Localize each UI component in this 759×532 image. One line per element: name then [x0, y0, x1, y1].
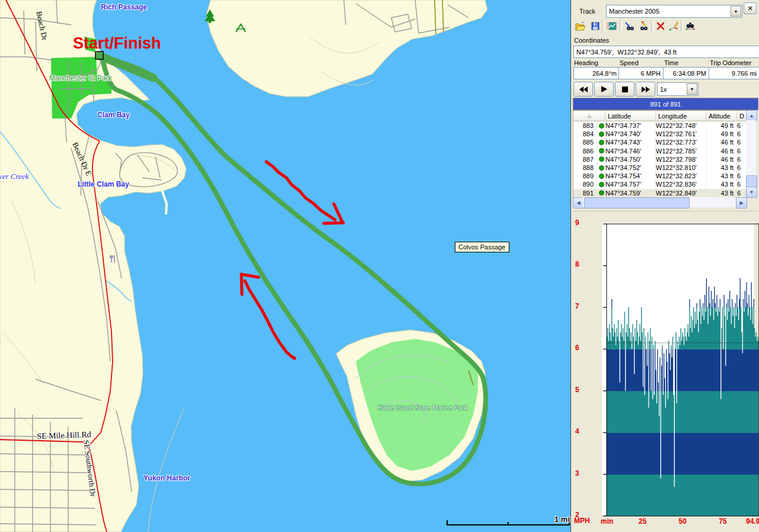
save-button[interactable]	[589, 20, 602, 33]
toolbar-separator	[651, 21, 653, 31]
column-header-d[interactable]: D	[737, 111, 747, 121]
beaver-creek-label: ver Creek	[0, 172, 28, 180]
time-value: 6:34:08 PM	[663, 67, 710, 79]
progress-text: 891 of 891	[650, 101, 681, 108]
toolbar-separator	[620, 21, 622, 31]
profile-icon	[606, 21, 617, 31]
y-axis-title: MPH	[574, 517, 590, 525]
manchester-st-park-label: Manchester St Park	[49, 75, 111, 82]
table-row[interactable]: 889N47°34.754'W122°32.823'43 ft6	[573, 172, 747, 180]
cell-icon	[597, 172, 605, 180]
x-tick-label: 25	[634, 517, 652, 525]
column-header-longitude[interactable]: Longitude	[656, 111, 706, 121]
table-row[interactable]: 887N47°34.750'W122°32.798'46 ft6	[573, 155, 747, 164]
cell-d: 6	[737, 155, 747, 164]
find-next-button[interactable]	[623, 20, 636, 33]
cell-d: 6	[737, 147, 747, 155]
scroll-right-icon[interactable]: ▶	[736, 197, 747, 209]
cell-index: 883	[573, 121, 597, 130]
clam-bay-label: Clam Bay	[97, 111, 130, 118]
cell-longitude: W122°32.761'	[656, 130, 706, 138]
y-tick-label: 3	[575, 469, 586, 477]
table-row[interactable]: 884N47°34.740'W122°32.761'49 ft6	[573, 130, 747, 138]
scale-label: 1 mi	[554, 515, 570, 524]
track-select[interactable]: Manchester 2005 ▼	[606, 5, 742, 18]
heading-label: Heading	[574, 59, 598, 66]
column-header-altitude[interactable]: Altitude	[706, 111, 737, 121]
stop-icon	[622, 86, 628, 92]
map-tooltip: Colvos Passage	[455, 242, 509, 252]
table-row[interactable]: 885N47°34.743'W122°32.773'46 ft6	[573, 138, 747, 146]
table-row[interactable]: 891N47°34.759'W122°32.849'43 ft6	[573, 189, 747, 197]
table-row[interactable]: 890N47°34.757'W122°32.836'43 ft6	[573, 180, 747, 188]
y-tick-label: 9	[575, 219, 586, 227]
y-tick-label: 8	[575, 260, 586, 268]
vertical-scroll-thumb[interactable]	[746, 175, 757, 188]
little-clam-bay-label: Little Clam Bay	[78, 181, 129, 188]
trackpoint-icon	[599, 190, 604, 196]
playback-rate-select[interactable]: 1x ▼	[657, 82, 699, 96]
close-icon[interactable]: ✕	[744, 2, 757, 14]
find-previous-button[interactable]	[636, 20, 649, 33]
cell-latitude: N47°34.750'	[605, 155, 656, 164]
scroll-down-icon[interactable]: ▼	[746, 187, 757, 198]
find-icon	[685, 21, 696, 31]
cell-altitude: 43 ft	[706, 180, 737, 188]
find-previous-icon	[637, 21, 649, 31]
trackpoint-icon	[599, 140, 604, 145]
stop-button[interactable]	[615, 82, 634, 97]
find-button[interactable]	[684, 20, 697, 33]
speed-value: 6 MPH	[618, 67, 664, 79]
speed-label: Speed	[620, 59, 639, 66]
edit-button[interactable]	[667, 20, 680, 33]
y-tick-label: 5	[575, 386, 586, 394]
heading-value: 264.8°m	[573, 67, 620, 79]
cell-d: 6	[737, 121, 747, 130]
map-canvas[interactable]: Rich PassageStart/FinishManchester St Pa…	[0, 0, 571, 532]
column-header-latitude[interactable]: Latitude	[605, 111, 656, 121]
cell-d: 6	[737, 138, 747, 146]
cell-longitude: W122°32.798'	[656, 155, 706, 164]
cell-latitude: N47°34.752'	[605, 164, 656, 172]
coordinates-value: N47°34.759', W122°32.849', 43 ft	[573, 46, 759, 58]
application-window: Rich PassageStart/FinishManchester St Pa…	[0, 0, 759, 532]
table-row[interactable]: 886N47°34.746'W122°32.785'46 ft6	[573, 147, 747, 155]
trackpoint-icon	[599, 156, 604, 162]
table-row[interactable]: 883N47°34.737'W122°32.748'49 ft6	[573, 121, 747, 130]
cell-d: 6	[737, 172, 747, 180]
cell-latitude: N47°34.737'	[605, 121, 656, 130]
y-tick-label: 7	[575, 302, 586, 310]
rewind-button[interactable]	[573, 82, 593, 97]
cell-d: 6	[737, 130, 747, 138]
cell-longitude: W122°32.836'	[656, 180, 706, 188]
chevron-down-icon[interactable]: ▼	[687, 84, 697, 95]
cell-icon	[597, 130, 605, 138]
control-panel: Track Manchester 2005 ▼ ✕ Coordinates N4…	[572, 0, 759, 532]
save-icon	[591, 21, 600, 31]
trackpoint-icon	[599, 148, 604, 153]
fast-forward-button[interactable]	[636, 82, 655, 97]
delete-button[interactable]	[654, 20, 667, 33]
chevron-down-icon[interactable]: ▼	[731, 6, 741, 17]
track-label: Track	[579, 8, 595, 15]
cell-icon	[597, 164, 605, 172]
cell-index: 888	[573, 164, 597, 172]
trackpoint-table: LatitudeLongitudeAltitudeD 883N47°34.737…	[573, 110, 747, 198]
table-row[interactable]: 888N47°34.752'W122°32.810'43 ft6	[573, 164, 747, 172]
horizontal-scroll-thumb[interactable]	[584, 197, 690, 209]
trackpoint-icon	[599, 132, 604, 137]
cell-latitude: N47°34.754'	[605, 172, 656, 180]
column-header-index[interactable]	[573, 111, 605, 121]
start-finish-label: Start/Finish	[73, 36, 161, 52]
cell-latitude: N47°34.757'	[605, 180, 656, 188]
cell-longitude: W122°32.849'	[656, 189, 706, 197]
delete-icon	[656, 21, 665, 31]
open-button[interactable]	[574, 20, 587, 33]
find-next-icon	[624, 21, 635, 31]
trackpoint-icon	[599, 174, 604, 179]
play-button[interactable]	[594, 82, 614, 97]
profile-button[interactable]	[605, 20, 618, 33]
toolbar-separator	[681, 21, 683, 31]
cell-latitude: N47°34.759'	[605, 189, 656, 197]
cell-altitude: 49 ft	[706, 121, 737, 130]
